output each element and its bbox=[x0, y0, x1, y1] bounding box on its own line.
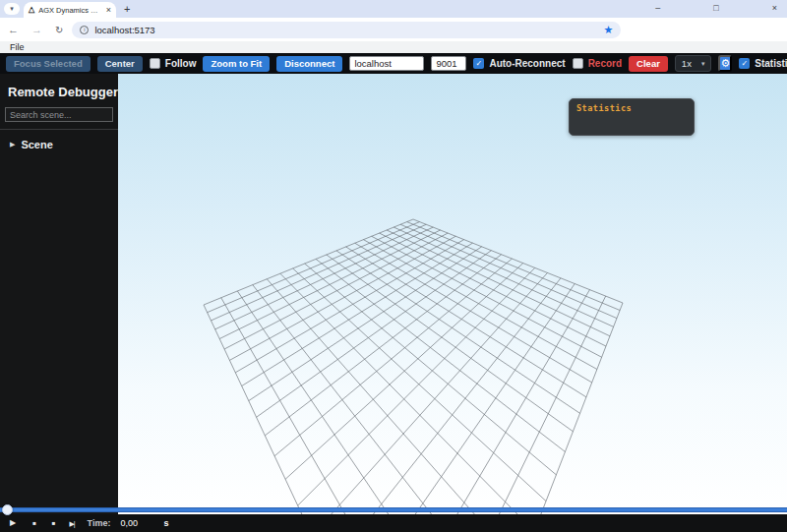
file-menu[interactable]: File bbox=[10, 42, 25, 52]
time-value: 0,00 bbox=[120, 518, 153, 528]
statistics-panel[interactable]: Statistics bbox=[569, 98, 695, 136]
browser-chrome: ▾ △ AGX Dynamics Web Debugger × + – □ × … bbox=[0, 0, 787, 53]
chevron-down-icon: ▾ bbox=[10, 5, 14, 13]
settings-button[interactable]: ⚙ bbox=[718, 55, 732, 72]
bookmark-star-icon[interactable]: ★ bbox=[604, 24, 614, 36]
debugger-toolbar: Focus Selected Center Follow Zoom to Fit… bbox=[0, 53, 787, 74]
timeline-handle[interactable] bbox=[2, 504, 13, 515]
disconnect-button[interactable]: Disconnect bbox=[276, 56, 342, 72]
new-tab-button[interactable]: + bbox=[124, 3, 130, 15]
auto-reconnect-checkbox[interactable]: ✓ bbox=[473, 58, 484, 69]
tree-item-scene[interactable]: ▶ Scene bbox=[10, 139, 118, 150]
tab-title: AGX Dynamics Web Debugger bbox=[38, 6, 102, 15]
app-menubar: File bbox=[0, 41, 787, 53]
follow-label: Follow bbox=[165, 58, 197, 69]
sidebar-divider bbox=[0, 129, 118, 130]
scene-sidebar: Remote Debugger ▶ Scene bbox=[0, 74, 118, 514]
center-button[interactable]: Center bbox=[97, 56, 143, 72]
zoom-to-fit-button[interactable]: Zoom to Fit bbox=[203, 56, 270, 72]
chevron-down-icon: ▾ bbox=[701, 60, 705, 68]
skip-to-end-button[interactable]: ▶| bbox=[69, 520, 74, 527]
forward-icon[interactable]: → bbox=[31, 24, 42, 35]
sidebar-title: Remote Debugger bbox=[8, 85, 118, 99]
back-icon[interactable]: ← bbox=[8, 24, 19, 35]
stop-button[interactable]: ■ bbox=[32, 520, 36, 526]
tree-expander-icon[interactable]: ▶ bbox=[10, 141, 15, 148]
host-input[interactable] bbox=[349, 56, 424, 71]
statistics-checkbox[interactable]: ✓ bbox=[739, 58, 750, 69]
agx-favicon-icon: △ bbox=[29, 6, 34, 14]
timeline-slider[interactable] bbox=[0, 504, 787, 515]
tree-item-label: Scene bbox=[21, 139, 52, 150]
port-input[interactable] bbox=[431, 56, 466, 71]
playback-speed-select[interactable]: 1x ▾ bbox=[675, 55, 712, 72]
reload-icon[interactable]: ↻ bbox=[55, 25, 63, 35]
play-button[interactable]: ▶ bbox=[10, 519, 16, 527]
address-field[interactable]: i localhost:5173 ★ bbox=[72, 22, 621, 38]
follow-checkbox[interactable] bbox=[150, 58, 160, 69]
tab-search-button[interactable]: ▾ bbox=[4, 3, 20, 15]
record-label: Record bbox=[588, 58, 622, 69]
browser-tab[interactable]: △ AGX Dynamics Web Debugger × bbox=[24, 2, 116, 18]
auto-reconnect-label: Auto-Reconnect bbox=[489, 58, 565, 69]
3d-viewport[interactable]: Statistics bbox=[118, 74, 787, 514]
close-button[interactable]: × bbox=[772, 3, 777, 13]
tab-strip: ▾ △ AGX Dynamics Web Debugger × + – □ × bbox=[0, 0, 787, 18]
statistics-label: Statistics bbox=[755, 58, 787, 69]
focus-selected-button[interactable]: Focus Selected bbox=[6, 56, 91, 72]
transport-bar: ▶ ■ ■ ▶| Time: 0,00 s bbox=[0, 514, 787, 532]
window-controls: – □ × bbox=[655, 3, 777, 13]
gear-icon: ⚙ bbox=[720, 57, 730, 70]
time-unit: s bbox=[163, 518, 168, 528]
time-label: Time: bbox=[88, 518, 111, 528]
pause-button[interactable]: ■ bbox=[52, 520, 56, 526]
url-text: localhost:5173 bbox=[94, 25, 603, 35]
record-checkbox[interactable] bbox=[573, 58, 583, 69]
speed-value: 1x bbox=[682, 58, 692, 69]
statistics-panel-title: Statistics bbox=[576, 103, 687, 113]
ground-grid bbox=[118, 74, 787, 514]
timeline-track[interactable] bbox=[0, 507, 787, 512]
search-scene-input[interactable] bbox=[5, 107, 113, 122]
tab-close-icon[interactable]: × bbox=[106, 6, 111, 15]
maximize-button[interactable]: □ bbox=[713, 3, 718, 13]
main-area: Remote Debugger ▶ Scene Statistics bbox=[0, 74, 787, 514]
minimize-button[interactable]: – bbox=[655, 3, 660, 13]
clear-button[interactable]: Clear bbox=[629, 56, 668, 72]
url-bar: ← → ↻ i localhost:5173 ★ bbox=[0, 18, 787, 41]
site-info-icon[interactable]: i bbox=[80, 26, 89, 34]
